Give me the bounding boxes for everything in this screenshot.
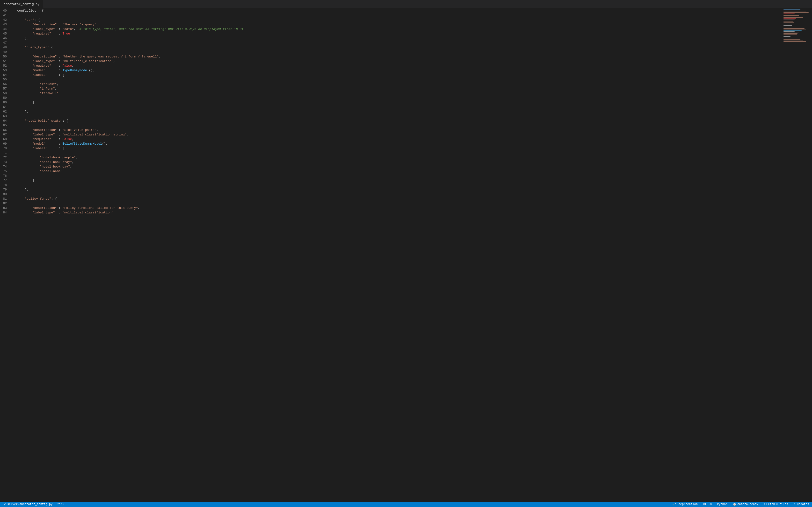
line-68: 68 "required" : False, xyxy=(0,137,778,142)
camera-ready-label: camera-ready xyxy=(737,503,758,506)
line-50: 50 "description" : "Whether the query wa… xyxy=(0,54,778,59)
tab-annotator-config[interactable]: annotator_config.py xyxy=(0,0,43,8)
warning-status[interactable]: ⚠ 1 deprecation xyxy=(671,502,699,507)
line-83: 83 "description" : "Policy functions cal… xyxy=(0,206,778,210)
line-54: 54 "labels" : [ xyxy=(0,73,778,77)
line-43: 43 "description" : "The user's query", xyxy=(0,22,778,27)
line-41: 41 xyxy=(0,13,778,18)
line-71: 71 xyxy=(0,151,778,155)
code-area: 40 configDict = { 41 42 "usr": { 43 xyxy=(0,8,783,502)
line-46: 46 }, xyxy=(0,36,778,41)
warning-label: 1 deprecation xyxy=(675,503,698,506)
line-44: 44 "label_type" : "data", # This type, "… xyxy=(0,27,778,32)
cursor-position-status[interactable]: 21:2 xyxy=(56,502,65,507)
line-60: 60 ] xyxy=(0,100,778,105)
line-63: 63 xyxy=(0,114,778,119)
line-61: 61 xyxy=(0,105,778,109)
status-bar: ⎇ server/annotator_config.py 21:2 ⚠ 1 de… xyxy=(0,502,812,507)
git-icon: ⎇ xyxy=(3,503,6,506)
line-67: 67 "label_type" : "multilabel_classifica… xyxy=(0,132,778,137)
cursor-position-label: 21:2 xyxy=(57,503,64,506)
line-81: 81 "policy_funcs": { xyxy=(0,196,778,201)
code-content: 40 configDict = { 41 42 "usr": { 43 xyxy=(0,8,783,502)
line-52: 52 "required" : False, xyxy=(0,63,778,68)
line-58: 58 "farewell" xyxy=(0,91,778,96)
line-84: 84 "label_type" : "multilabel_classifica… xyxy=(0,210,778,215)
warning-icon: ⚠ xyxy=(672,503,674,506)
git-branch-status[interactable]: ⎇ server/annotator_config.py xyxy=(2,502,53,507)
line-75: 75 "hotel-name" xyxy=(0,169,778,174)
line-57: 57 "inform", xyxy=(0,87,778,91)
line-51: 51 "label_type" : "multilabel_classifica… xyxy=(0,59,778,63)
line-64: 64 "hotel_belief_state": { xyxy=(0,119,778,123)
line-49: 49 xyxy=(0,50,778,54)
line-73: 73 "hotel-book stay", xyxy=(0,160,778,164)
line-40: 40 configDict = { xyxy=(0,8,778,13)
line-62: 62 }, xyxy=(0,109,778,114)
line-42: 42 "usr": { xyxy=(0,18,778,22)
camera-ready-status[interactable]: ⌚ camera-ready xyxy=(732,502,759,507)
minimap-content xyxy=(783,8,812,43)
language-status[interactable]: Python xyxy=(716,502,728,507)
language-label: Python xyxy=(717,503,727,506)
updates-label: 7 updates xyxy=(794,503,809,506)
fetch-label: Fetch xyxy=(766,503,775,506)
line-59: 59 xyxy=(0,96,778,100)
tab-bar: annotator_config.py xyxy=(0,0,812,8)
updates-status[interactable]: 7 updates xyxy=(793,502,810,507)
main-editor[interactable]: 40 configDict = { 41 42 "usr": { 43 xyxy=(0,8,783,502)
line-48: 48 "query_type": { xyxy=(0,45,778,50)
line-47: 47 xyxy=(0,41,778,45)
fetch-icon: ↕ xyxy=(764,503,765,506)
line-80: 80 xyxy=(0,192,778,196)
line-66: 66 "description" : "Slot-value pairs", xyxy=(0,128,778,132)
line-78: 78 xyxy=(0,183,778,187)
line-82: 82 xyxy=(0,201,778,206)
camera-icon: ⌚ xyxy=(733,503,737,506)
tab-filename: annotator_config.py xyxy=(4,2,39,6)
line-65: 65 xyxy=(0,123,778,128)
line-45: 45 "required" : True xyxy=(0,32,778,36)
line-70: 70 "labels" : [ xyxy=(0,146,778,151)
line-56: 56 "request", xyxy=(0,82,778,87)
line-76: 76 xyxy=(0,174,778,178)
encoding-label: UTF-8 xyxy=(703,503,712,506)
git-branch-label: server/annotator_config.py xyxy=(7,503,52,506)
line-69: 69 "model" : BeliefStateDummyModel(), xyxy=(0,142,778,146)
editor-container: 40 configDict = { 41 42 "usr": { 43 xyxy=(0,8,812,502)
status-left: ⎇ server/annotator_config.py 21:2 xyxy=(2,502,65,507)
line-55: 55 xyxy=(0,77,778,82)
line-79: 79 }, xyxy=(0,187,778,192)
fetch-status[interactable]: ↕ Fetch 0 files xyxy=(763,502,789,507)
line-53: 53 "model" : TypeDummyModel(), xyxy=(0,68,778,73)
files-label: 0 files xyxy=(776,503,788,506)
line-74: 74 "hotel-book day", xyxy=(0,164,778,169)
line-72: 72 "hotel-book people", xyxy=(0,155,778,160)
status-right: ⚠ 1 deprecation UTF-8 Python ⌚ camera-re… xyxy=(671,502,810,507)
encoding-status[interactable]: UTF-8 xyxy=(702,502,713,507)
line-77: 77 ] xyxy=(0,178,778,183)
minimap xyxy=(783,8,812,502)
